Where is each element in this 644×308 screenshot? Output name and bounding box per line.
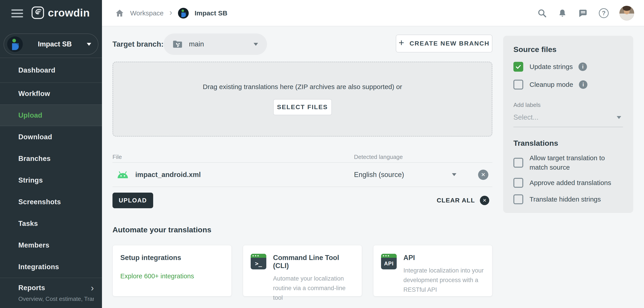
labels-select-placeholder: Select...: [514, 113, 538, 121]
sidebar-item-label: Integrations: [18, 263, 59, 271]
sidebar-item-label: Tasks: [18, 220, 38, 228]
approve-added-row: Approve added translations: [514, 178, 623, 188]
sidebar-item-upload[interactable]: Upload: [0, 104, 102, 126]
sidebar-item-label: Download: [18, 133, 52, 141]
sidebar-item-workflow[interactable]: Workflow: [0, 83, 102, 104]
explore-integrations-link[interactable]: Explore 600+ integrations: [120, 273, 224, 280]
dropzone-text: Drag existing translations here (ZIP arc…: [203, 83, 402, 91]
sidebar-item-label: Screenshots: [18, 198, 61, 206]
update-strings-row: Update strings i: [514, 62, 623, 72]
cleanup-mode-label: Cleanup mode: [530, 80, 573, 89]
hamburger-bar: [12, 13, 23, 14]
automation-cards: Setup integrations Explore 600+ integrat…: [112, 245, 492, 297]
translate-hidden-checkbox[interactable]: [514, 194, 523, 204]
chevron-down-icon: [254, 43, 258, 46]
allow-match-row: Allow target translation to match source: [514, 153, 623, 172]
crowdin-logo-text: crowdin: [48, 7, 90, 19]
home-icon[interactable]: [115, 8, 124, 18]
sidebar-item-dashboard[interactable]: Dashboard: [0, 58, 102, 83]
android-file-icon: [117, 171, 128, 179]
translations-heading: Translations: [514, 139, 623, 148]
target-branch-label: Target branch:: [112, 33, 164, 55]
crowdin-logo-icon: [31, 6, 44, 19]
crowdin-logo[interactable]: crowdin: [31, 6, 90, 19]
project-selector-label: Impact SB: [23, 40, 87, 48]
window-dot: [252, 255, 254, 256]
terminal-icon-glyph: >_: [251, 258, 266, 269]
info-icon[interactable]: i: [578, 62, 587, 71]
hamburger-bar: [12, 9, 23, 11]
search-icon[interactable]: [537, 8, 547, 18]
select-files-button[interactable]: SELECT FILES: [273, 99, 332, 115]
allow-match-label: Allow target translation to match source: [530, 153, 623, 172]
info-icon[interactable]: i: [579, 80, 588, 89]
terminal-icon: >_: [251, 254, 266, 269]
sidebar-item-branches[interactable]: Branches: [0, 148, 102, 169]
user-avatar[interactable]: [620, 6, 634, 20]
terminal-icon-titlebar: [251, 254, 266, 258]
approve-added-label: Approve added translations: [530, 178, 611, 187]
clear-all-label: CLEAR ALL: [437, 197, 475, 204]
sidebar-item-integrations[interactable]: Integrations: [0, 256, 102, 278]
api-icon: API: [381, 254, 397, 269]
cleanup-mode-row: Cleanup mode i: [514, 80, 623, 90]
window-dot: [258, 255, 259, 256]
cleanup-mode-checkbox[interactable]: [514, 80, 523, 90]
allow-match-checkbox[interactable]: [514, 158, 523, 168]
breadcrumb-project-avatar: [178, 8, 189, 18]
breadcrumb: Workspace › Impact SB: [115, 0, 228, 26]
sidebar-item-download[interactable]: Download: [0, 126, 102, 148]
detected-language-value: English (source): [354, 171, 404, 179]
column-header-file: File: [112, 154, 122, 160]
labels-select[interactable]: Select...: [514, 113, 623, 127]
target-branch-value: main: [189, 40, 204, 48]
file-dropzone[interactable]: Drag existing translations here (ZIP arc…: [112, 62, 492, 137]
upload-button[interactable]: UPLOAD: [112, 193, 153, 208]
chevron-down-icon: [87, 43, 91, 46]
sidebar-item-reports[interactable]: Reports › Overview, Cost estimate, Trans…: [0, 278, 102, 306]
chevron-down-icon[interactable]: [452, 173, 456, 176]
branch-folder-icon: [172, 40, 183, 49]
sidebar-item-label: Workflow: [18, 90, 50, 98]
approve-added-checkbox[interactable]: [514, 178, 523, 188]
update-strings-checkbox[interactable]: [514, 62, 523, 72]
sidebar-item-label: Members: [18, 241, 50, 249]
sidebar-item-tasks[interactable]: Tasks: [0, 213, 102, 234]
sidebar-item-label: Upload: [18, 111, 42, 119]
detected-language-select[interactable]: English (source): [354, 171, 404, 179]
window-dot: [383, 255, 384, 256]
sidebar-item-label: Dashboard: [18, 66, 56, 74]
remove-file-button[interactable]: ✕: [478, 170, 488, 180]
help-icon[interactable]: ?: [599, 8, 609, 18]
sidebar-item-label: Strings: [18, 176, 43, 184]
sidebar-item-label: Branches: [18, 155, 51, 163]
card-title: Command Line Tool (CLI): [273, 254, 354, 270]
sidebar-item-members[interactable]: Members: [0, 234, 102, 256]
hamburger-menu-icon[interactable]: [12, 9, 23, 17]
upload-options-panel: Source files Update strings i Cleanup mo…: [503, 36, 633, 213]
uploaded-file-row: impact_android.xml English (source) ✕: [112, 162, 492, 187]
project-selector[interactable]: Impact SB: [4, 33, 98, 55]
window-dot: [385, 255, 386, 256]
sidebar-item-strings[interactable]: Strings: [0, 169, 102, 191]
card-description: Integrate localization into your develop…: [404, 266, 484, 295]
card-description: Automate your localization routine via a…: [273, 274, 354, 303]
hamburger-bar: [12, 16, 23, 17]
cli-card[interactable]: >_ Command Line Tool (CLI) Automate your…: [243, 245, 362, 297]
messages-chat-icon[interactable]: [578, 8, 588, 18]
sidebar-item-label: Reports: [18, 284, 45, 292]
source-files-heading: Source files: [514, 45, 623, 54]
chevron-right-icon: ›: [91, 284, 94, 292]
breadcrumb-project[interactable]: Impact SB: [194, 9, 228, 17]
sidebar-item-screenshots[interactable]: Screenshots: [0, 191, 102, 213]
target-branch-select[interactable]: main: [164, 33, 267, 55]
chevron-down-icon: [617, 116, 621, 119]
breadcrumb-workspace[interactable]: Workspace: [130, 9, 164, 17]
notifications-bell-icon[interactable]: [558, 8, 567, 18]
update-strings-label: Update strings: [530, 62, 573, 71]
clear-all-button[interactable]: CLEAR ALL ✕: [437, 193, 489, 208]
api-card[interactable]: API API Integrate localization into your…: [373, 245, 492, 297]
create-new-branch-button[interactable]: + CREATE NEW BRANCH: [396, 35, 492, 52]
file-name: impact_android.xml: [135, 171, 201, 179]
setup-integrations-card[interactable]: Setup integrations Explore 600+ integrat…: [112, 245, 232, 297]
